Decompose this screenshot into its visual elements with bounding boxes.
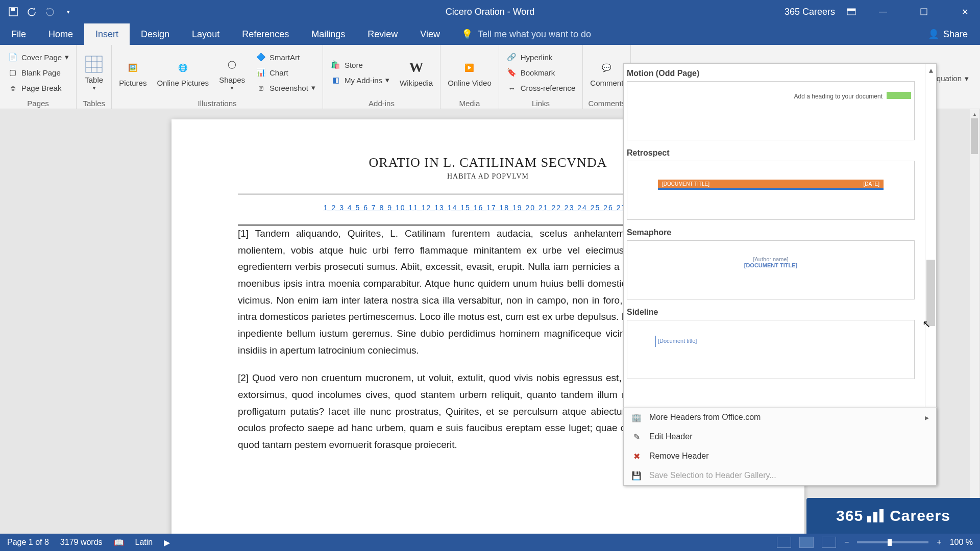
zoom-knob[interactable] [888,539,892,546]
svg-rect-1 [11,8,15,11]
share-label: Share [943,29,968,40]
cover-page-button[interactable]: 📄Cover Page ▾ [4,51,72,64]
window-title: Cicero Oration - Word [446,7,535,17]
svg-rect-3 [847,9,855,11]
tab-view[interactable]: View [409,23,451,45]
tab-file[interactable]: File [0,23,37,45]
save-icon[interactable] [7,6,19,18]
table-button[interactable]: Table ▾ [81,54,107,91]
scroll-thumb[interactable] [926,260,935,326]
gallery-item-retrospect[interactable]: [DOCUMENT TITLE] [DATE] [627,161,915,220]
menu-tabs: File Home Insert Design Layout Reference… [0,23,980,45]
store-label: Store [345,61,363,69]
crossref-icon: ↔ [506,82,518,93]
edit-header-label: Edit Header [649,432,693,441]
page-break-button[interactable]: ⎊Page Break [4,81,72,94]
remove-header-button[interactable]: ✖ Remove Header [624,446,936,466]
print-layout-button[interactable] [799,537,814,548]
remove-header-label: Remove Header [649,452,709,461]
comment-label: Comment [590,79,623,87]
wikipedia-button[interactable]: WWikipedia [397,57,436,87]
addins-icon: ◧ [330,74,341,86]
store-button[interactable]: 🛍️Store [327,58,393,71]
redo-icon[interactable] [44,6,56,18]
online-pictures-button[interactable]: 🌐Online Pictures [154,57,212,87]
comment-button[interactable]: 💬Comment [587,57,626,87]
my-addins-button[interactable]: ◧My Add-ins ▾ [327,73,393,87]
macro-icon[interactable]: ▶ [164,538,170,547]
save-to-gallery-button: 💾 Save Selection to Header Gallery... [624,466,936,485]
close-button[interactable]: ✕ [949,0,980,23]
chevron-down-icon: ▾ [93,85,95,91]
ribbon-display-icon[interactable] [845,6,857,18]
gallery-item-sideline[interactable]: [Document title] [627,320,915,379]
tab-design[interactable]: Design [130,23,181,45]
tab-insert[interactable]: Insert [84,23,130,45]
gallery-item-motion[interactable]: Add a heading to your document [627,81,915,140]
smartart-label: SmartArt [270,53,300,62]
sideline-accent [655,336,656,347]
office-icon: 🏢 [631,412,642,423]
retrospect-bar: [DOCUMENT TITLE] [DATE] [658,180,884,190]
tab-layout[interactable]: Layout [181,23,231,45]
tutorial-brand-badge: 365 Careers [806,498,980,534]
scroll-up-icon[interactable]: ▴ [925,64,936,76]
status-words[interactable]: 3179 words [60,538,103,547]
online-video-button[interactable]: ▶️Online Video [445,57,495,87]
scroll-thumb[interactable] [971,118,978,154]
status-page[interactable]: Page 1 of 8 [7,538,49,547]
bookmark-label: Bookmark [521,68,555,77]
screenshot-button[interactable]: ⎚Screenshot ▾ [252,81,318,94]
document-scrollbar[interactable]: ▴ ▾ [970,109,979,534]
cover-page-label: Cover Page [21,53,62,62]
bars-icon [866,508,887,523]
chart-icon: 📊 [255,67,266,78]
brand-prefix: 365 Careers [785,7,835,17]
table-icon [84,54,104,74]
hyperlink-button[interactable]: 🔗Hyperlink [503,51,579,64]
save-to-gallery-label: Save Selection to Header Gallery... [649,471,776,480]
shapes-button[interactable]: ◯Shapes▾ [216,54,248,91]
chart-button[interactable]: 📊Chart [252,66,318,79]
zoom-level[interactable]: 100 % [950,538,973,547]
chevron-down-icon: ▾ [231,85,233,91]
wikipedia-label: Wikipedia [400,79,433,87]
smartart-button[interactable]: 🔷SmartArt [252,51,318,64]
comment-icon: 💬 [597,57,617,78]
spellcheck-icon[interactable]: 📖 [114,538,124,547]
tell-me-input[interactable]: 💡 Tell me what you want to do [451,23,916,45]
zoom-out-button[interactable]: − [844,538,849,547]
pictures-label: Pictures [119,79,146,87]
share-button[interactable]: 👤 Share [916,23,980,45]
scroll-up-icon[interactable]: ▴ [970,109,979,118]
bookmark-button[interactable]: 🔖Bookmark [503,66,579,79]
tab-mailings[interactable]: Mailings [300,23,356,45]
blank-page-button[interactable]: ▢Blank Page [4,66,72,79]
zoom-slider[interactable] [857,541,928,543]
status-language[interactable]: Latin [135,538,153,547]
read-mode-button[interactable] [777,537,791,548]
undo-icon[interactable] [26,6,38,18]
tab-home[interactable]: Home [37,23,84,45]
maximize-button[interactable] [909,0,939,23]
qat-customize-icon[interactable]: ▾ [62,6,75,18]
hyperlink-icon: 🔗 [506,52,518,63]
zoom-in-button[interactable]: + [937,538,941,547]
window-controls: 365 Careers — ✕ [785,0,980,23]
bookmark-icon: 🔖 [506,67,518,78]
page-break-icon: ⎊ [7,82,18,93]
edit-header-button[interactable]: ✎ Edit Header [624,427,936,446]
pictures-button[interactable]: 🖼️Pictures [116,57,150,87]
cross-reference-label: Cross-reference [521,84,576,92]
gallery-item-semaphore[interactable]: [Author name] [DOCUMENT TITLE] [627,240,915,299]
edit-icon: ✎ [631,431,642,442]
tab-references[interactable]: References [231,23,300,45]
cross-reference-button[interactable]: ↔Cross-reference [503,81,579,94]
retrospect-doc-title: [DOCUMENT TITLE] [662,181,709,187]
minimize-button[interactable]: — [868,0,898,23]
web-layout-button[interactable] [822,537,836,548]
tab-review[interactable]: Review [356,23,409,45]
svg-rect-11 [873,512,877,522]
scroll-track[interactable] [970,118,979,524]
more-headers-button[interactable]: 🏢 More Headers from Office.com ▸ [624,408,936,427]
